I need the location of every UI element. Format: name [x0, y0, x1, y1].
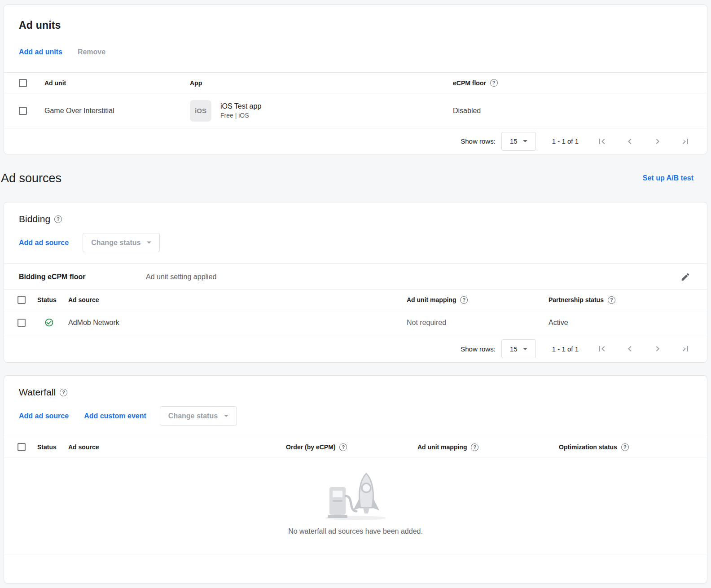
setup-ab-test-link[interactable]: Set up A/B test	[643, 174, 693, 182]
bidding-card: Bidding ? Add ad source Change status Bi…	[4, 202, 707, 363]
column-order-by-ecpm-label: Order (by eCPM)	[286, 443, 335, 451]
bidding-partnership-value: Active	[549, 319, 698, 327]
last-page-icon[interactable]	[680, 343, 691, 354]
previous-page-icon[interactable]	[624, 136, 635, 147]
row-checkbox-cell	[19, 107, 44, 115]
ad-unit-name[interactable]: Game Over Interstitial	[44, 107, 190, 115]
previous-page-icon[interactable]	[624, 343, 635, 354]
select-all-ad-units-checkbox[interactable]	[19, 79, 27, 87]
column-app: App	[190, 79, 453, 87]
waterfall-card: Waterfall ? Add ad source Add custom eve…	[4, 375, 707, 584]
waterfall-title-row: Waterfall ?	[4, 376, 707, 398]
add-custom-event-button[interactable]: Add custom event	[84, 412, 146, 420]
bidding-help-icon[interactable]: ?	[54, 215, 62, 223]
bidding-row: AdMob Network Not required Active	[4, 310, 707, 335]
waterfall-table-header: Status Ad source Order (by eCPM) ? Ad un…	[4, 437, 707, 457]
pager	[597, 343, 691, 354]
ad-unit-mapping-help-icon[interactable]: ?	[460, 296, 468, 304]
ecpm-floor-value: Disabled	[453, 107, 698, 115]
waterfall-help-icon[interactable]: ?	[60, 389, 67, 396]
select-all-cell	[19, 79, 44, 87]
first-page-icon[interactable]	[597, 136, 607, 147]
next-page-icon[interactable]	[652, 343, 663, 354]
select-all-cell	[18, 296, 37, 304]
mediation-page: Ad units Add ad units Remove Ad unit App…	[0, 4, 711, 584]
bidding-title-row: Bidding ?	[4, 202, 707, 225]
bidding-ecpm-floor-label: Bidding eCPM floor	[19, 273, 146, 281]
bidding-add-ad-source-button[interactable]: Add ad source	[19, 239, 69, 247]
active-check-icon	[44, 318, 54, 327]
change-status-label: Change status	[91, 239, 140, 247]
ad-sources-header: Ad sources Set up A/B test	[0, 154, 711, 202]
page-range: 1 - 1 of 1	[552, 345, 579, 353]
column-optimization-status-label: Optimization status	[559, 443, 617, 451]
waterfall-add-ad-source-button[interactable]: Add ad source	[19, 412, 69, 420]
rows-per-page-select[interactable]: 15	[501, 132, 536, 151]
add-ad-units-button[interactable]: Add ad units	[19, 48, 62, 56]
column-order-by-ecpm: Order (by eCPM) ?	[286, 443, 417, 451]
bidding-change-status-button[interactable]: Change status	[83, 233, 160, 252]
ad-unit-mapping-help-icon[interactable]: ?	[471, 443, 478, 451]
edit-ecpm-floor-button[interactable]	[679, 270, 692, 284]
ad-sources-title: Ad sources	[1, 171, 61, 185]
last-page-icon[interactable]	[680, 136, 691, 147]
waterfall-footer	[4, 554, 707, 583]
chevron-down-icon	[147, 241, 151, 244]
column-ad-unit-mapping: Ad unit mapping ?	[417, 443, 559, 451]
ad-unit-row: Game Over Interstitial iOS iOS Test app …	[4, 93, 707, 128]
pager	[597, 136, 691, 147]
waterfall-actions: Add ad source Add custom event Change st…	[4, 406, 707, 426]
bidding-ecpm-floor-row: Bidding eCPM floor Ad unit setting appli…	[4, 263, 707, 290]
column-optimization-status: Optimization status ?	[559, 443, 698, 451]
rocket-fuel-illustration	[320, 468, 391, 521]
row-checkbox-cell	[18, 319, 37, 327]
remove-button[interactable]: Remove	[78, 48, 105, 56]
app-name: iOS Test app	[220, 102, 261, 110]
bidding-actions: Add ad source Change status	[4, 233, 707, 252]
column-partnership-status: Partnership status ?	[549, 296, 698, 304]
change-status-label: Change status	[168, 412, 218, 420]
chevron-down-icon	[224, 415, 228, 417]
waterfall-empty-text: No waterfall ad sources have been added.	[4, 527, 707, 535]
column-ad-unit-mapping-label: Ad unit mapping	[417, 443, 467, 451]
show-rows-label: Show rows:	[461, 137, 496, 145]
select-all-waterfall-checkbox[interactable]	[18, 443, 26, 451]
next-page-icon[interactable]	[652, 136, 663, 147]
bidding-row-checkbox[interactable]	[18, 319, 26, 327]
first-page-icon[interactable]	[597, 343, 607, 354]
chevron-down-icon	[523, 348, 527, 350]
ad-units-table-header: Ad unit App eCPM floor ?	[4, 72, 707, 93]
select-all-cell	[18, 443, 37, 451]
column-ecpm-floor: eCPM floor ?	[453, 79, 698, 87]
ad-units-card: Ad units Add ad units Remove Ad unit App…	[4, 4, 707, 154]
waterfall-change-status-button[interactable]: Change status	[160, 406, 237, 426]
column-ad-unit: Ad unit	[44, 79, 190, 87]
column-ad-unit-mapping: Ad unit mapping ?	[407, 296, 549, 304]
column-partnership-status-label: Partnership status	[549, 296, 604, 303]
chevron-down-icon	[523, 140, 527, 142]
waterfall-empty-state: No waterfall ad sources have been added.	[4, 457, 707, 554]
page-range: 1 - 1 of 1	[552, 137, 579, 145]
show-rows-label: Show rows:	[461, 345, 496, 353]
column-ecpm-floor-label: eCPM floor	[453, 79, 486, 87]
rows-per-page-value: 15	[510, 345, 518, 353]
order-by-ecpm-help-icon[interactable]: ?	[339, 443, 347, 451]
select-all-bidding-checkbox[interactable]	[18, 296, 26, 304]
column-status: Status	[37, 443, 68, 451]
column-ad-unit-mapping-label: Ad unit mapping	[407, 296, 456, 303]
bidding-pagination: Show rows: 15 1 - 1 of 1	[4, 335, 707, 362]
ad-unit-row-checkbox[interactable]	[19, 107, 27, 115]
ad-units-pagination: Show rows: 15 1 - 1 of 1	[4, 128, 707, 154]
partnership-status-help-icon[interactable]: ?	[608, 296, 615, 304]
column-ad-source: Ad source	[68, 443, 286, 451]
app-cell: iOS iOS Test app Free | iOS	[190, 100, 453, 122]
app-text: iOS Test app Free | iOS	[220, 102, 261, 119]
bidding-title: Bidding	[19, 213, 50, 225]
app-meta: Free | iOS	[220, 112, 261, 119]
ecpm-floor-help-icon[interactable]: ?	[490, 79, 498, 87]
column-status: Status	[37, 296, 68, 303]
ad-units-title: Ad units	[4, 5, 707, 32]
optimization-status-help-icon[interactable]: ?	[621, 443, 629, 451]
ios-app-icon: iOS	[190, 100, 211, 122]
rows-per-page-select[interactable]: 15	[501, 339, 536, 358]
